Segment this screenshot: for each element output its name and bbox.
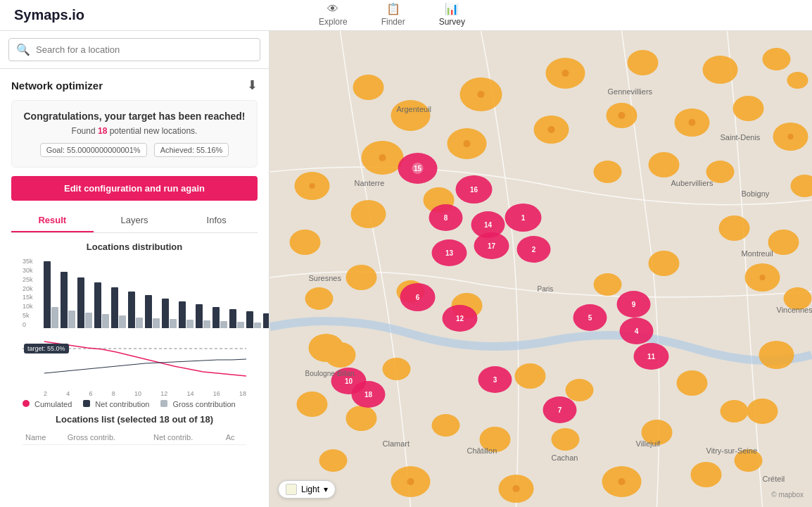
gross-dot <box>160 400 167 407</box>
svg-point-60 <box>548 126 555 133</box>
sub-tab-layers[interactable]: Layers <box>94 209 176 232</box>
chart-title: Locations distribution <box>23 242 246 252</box>
tab-explore-label: Explore <box>319 17 348 27</box>
svg-text:6: 6 <box>416 294 420 301</box>
sub-tab-infos[interactable]: Infos <box>175 209 258 232</box>
svg-point-3 <box>628 50 659 75</box>
svg-text:17: 17 <box>488 242 496 250</box>
bar-group <box>196 304 210 328</box>
svg-text:Vitry-sur-Seine: Vitry-sur-Seine <box>706 446 758 455</box>
svg-text:Villejuif: Villejuif <box>636 439 661 448</box>
bar-group <box>77 277 92 328</box>
sub-tabs: Result Layers Infos <box>11 209 258 233</box>
svg-point-21 <box>297 392 328 417</box>
svg-text:Paris: Paris <box>538 285 554 293</box>
cumulated-dot <box>23 400 30 407</box>
svg-point-44 <box>649 251 680 276</box>
search-bar: 🔍 <box>0 31 269 69</box>
svg-point-46 <box>383 358 411 380</box>
map-style-control[interactable]: Light ▾ <box>278 480 336 499</box>
col-ac: Ac <box>223 430 246 445</box>
x-10: 10 <box>134 390 141 397</box>
svg-text:Créteil: Créteil <box>763 475 785 483</box>
gross-bar <box>136 318 143 328</box>
svg-point-49 <box>677 370 708 396</box>
gross-bar <box>203 320 210 328</box>
map-style-label: Light <box>301 484 319 494</box>
y-10k: 10k <box>23 303 33 310</box>
gross-bar <box>237 322 244 328</box>
legend-net: Net contribution <box>83 400 149 408</box>
congrats-box: Congratulations, your target has been re… <box>11 100 258 168</box>
svg-text:15: 15 <box>414 165 422 173</box>
run-again-button[interactable]: Edit configuration and run again <box>11 176 258 201</box>
svg-text:Boulogne-Billan.: Boulogne-Billan. <box>305 370 357 377</box>
svg-point-33 <box>351 200 386 228</box>
x-16: 16 <box>213 390 220 397</box>
survey-icon: 📊 <box>445 2 459 15</box>
svg-point-57 <box>478 91 485 98</box>
svg-text:8: 8 <box>444 214 448 222</box>
goal-achieved: Goal: 55.0000000000001% Achieved: 55.16% <box>20 143 248 157</box>
main-content: 🔍 Network optimizer ⬇ Congratulations, y… <box>0 31 812 507</box>
search-input[interactable] <box>36 44 253 55</box>
locations-count: 18 <box>98 126 107 136</box>
svg-point-40 <box>346 265 377 290</box>
svg-text:Nanterre: Nanterre <box>355 179 385 187</box>
svg-text:Montreuil: Montreuil <box>742 249 773 258</box>
locations-title: Locations list (selected 18 out of 18) <box>23 414 246 425</box>
svg-point-51 <box>346 406 377 431</box>
net-bar <box>212 307 220 328</box>
svg-text:4: 4 <box>635 327 639 335</box>
svg-point-14 <box>759 341 794 369</box>
y-axis: 35k 30k 25k 20k 15k 10k 5k 0 <box>23 258 33 328</box>
net-bar <box>94 282 101 328</box>
svg-text:13: 13 <box>445 249 454 257</box>
tab-survey[interactable]: 📊 Survey <box>436 0 468 34</box>
svg-text:10: 10 <box>345 377 353 385</box>
achieved-badge: Achieved: 55.16% <box>154 143 229 157</box>
net-bar <box>263 313 269 328</box>
line-chart-wrap: target: 55.0% <box>23 338 246 387</box>
tab-finder[interactable]: 📋 Finder <box>379 0 408 34</box>
map-area[interactable]: 15 16 8 14 1 <box>269 31 812 507</box>
explore-icon: 👁 <box>327 3 338 15</box>
tab-explore[interactable]: 👁 Explore <box>316 0 350 34</box>
map-logo: © mapbox <box>771 491 804 499</box>
x-2: 2 <box>44 390 47 397</box>
y-20k: 20k <box>23 285 33 292</box>
svg-text:7: 7 <box>558 406 562 414</box>
svg-point-19 <box>305 287 334 310</box>
svg-text:3: 3 <box>493 376 497 384</box>
left-panel: 🔍 Network optimizer ⬇ Congratulations, y… <box>0 31 269 507</box>
svg-text:2: 2 <box>532 246 536 254</box>
sub-tab-result[interactable]: Result <box>11 209 94 232</box>
bar-group <box>263 313 269 328</box>
net-bar <box>44 261 51 328</box>
svg-point-38 <box>719 215 750 241</box>
congrats-title: Congratulations, your target has been re… <box>20 111 248 122</box>
svg-point-65 <box>760 275 766 280</box>
gross-bar <box>119 315 126 328</box>
x-8: 8 <box>112 390 115 397</box>
table-header: Name Gross contrib. Net contrib. Ac <box>23 430 246 445</box>
svg-point-45 <box>325 342 356 368</box>
bar-group <box>128 292 143 328</box>
net-bar <box>61 272 68 328</box>
bar-group <box>111 287 126 328</box>
gross-bar <box>102 314 109 328</box>
chart-section: Locations distribution 35k 30k 25k 20k 1… <box>11 242 258 414</box>
svg-text:Bobigny: Bobigny <box>742 189 770 198</box>
svg-text:Suresnes: Suresnes <box>309 274 342 282</box>
download-icon[interactable]: ⬇ <box>247 77 258 93</box>
gross-bar <box>51 307 58 328</box>
chart-legend: Cumulated Net contribution Gross contrib… <box>23 400 246 414</box>
locations-table: Name Gross contrib. Net contrib. Ac <box>23 430 246 445</box>
svg-point-68 <box>618 478 626 485</box>
legend-cumulated: Cumulated <box>23 400 72 408</box>
tab-survey-label: Survey <box>439 17 465 27</box>
svg-text:9: 9 <box>632 301 636 308</box>
search-input-wrap[interactable]: 🔍 <box>8 38 260 61</box>
svg-text:14: 14 <box>484 221 493 229</box>
svg-text:18: 18 <box>364 391 373 399</box>
